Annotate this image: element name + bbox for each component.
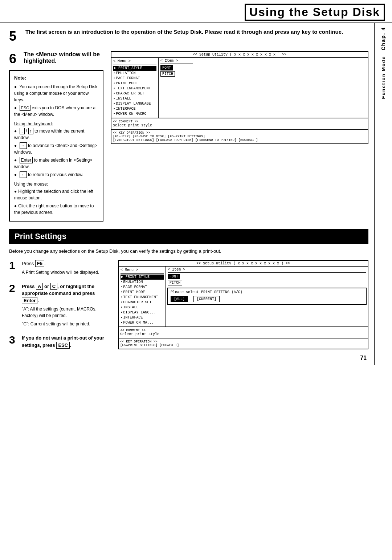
ps-steps-area: 1 Press F5. A Print Setting window will …	[9, 260, 368, 350]
screen1-key-ops-row1: [F1=HELP] [F3=SAVE TO DISK] [F5=PRINT SE…	[113, 135, 366, 138]
menu-item-emulation: •EMULATION	[113, 71, 156, 76]
dialog-btn-current[interactable]: [CURRENT]	[193, 296, 220, 302]
screen2-menu-power: •POWER ON MA...	[121, 320, 164, 325]
print-setting-dialog: Please select PRINT SETTING (A/C) [ALL] …	[167, 288, 367, 305]
menu-item-interface: •INTERFACE	[113, 106, 156, 111]
ps-step3-instruction: If you do not want a print-out of your s…	[22, 334, 111, 349]
menu-item-print-mode: •PRINT MODE	[113, 81, 156, 86]
ps-step2-sub-c: "C": Current settings will be printed.	[22, 321, 111, 327]
menu-item-page-format: •PAGE FORMAT	[113, 76, 156, 81]
menu-item-character-set: •CHARACTER SET	[113, 91, 156, 96]
note-item-2: ESC exits you to DOS when you are at the…	[14, 105, 98, 118]
dialog-btn-all[interactable]: [ALL]	[171, 296, 188, 302]
setup-screen-2: << Setup Utility ( x x x x x x x x x x )…	[118, 260, 368, 349]
sidebar: Chap. 4 Function Mode	[374, 23, 392, 365]
ps-step2-instruction: Press A or C, or highlight the appropria…	[22, 283, 111, 304]
keyboard-section-label: Using the keyboard:	[14, 121, 98, 127]
screen2-menu-panel: < Menu > ▶ PRINT_STYLE •EMULATION •PAGE …	[119, 267, 166, 326]
screen2-body: < Menu > ▶ PRINT_STYLE •EMULATION •PAGE …	[119, 267, 368, 326]
ps-step-2: 2 Press A or C, or highlight the appropr…	[9, 283, 111, 329]
step-5-text: The first screen is an introduction to t…	[25, 29, 343, 35]
screen2-title: << Setup Utility ( x x x x x x x x x x )…	[119, 261, 368, 267]
ps-screen-2-container: << Setup Utility ( x x x x x x x x x x )…	[118, 260, 368, 350]
screen1-comment-text: Select print style	[113, 123, 366, 127]
step-6-header: 6 The <Menu> window will be highlighted.	[9, 51, 103, 66]
ps-step2-content: Press A or C, or highlight the appropria…	[22, 283, 111, 329]
setup-screen-1: << Setup Utility [ x x x x x x x x x x ]…	[111, 51, 368, 144]
note-bullets: You can proceed through the Setup Disk u…	[14, 84, 98, 118]
key-enter: Enter	[22, 297, 37, 304]
screen1-item-pitch: PITCH	[160, 71, 175, 77]
ps-step3-num: 3	[9, 334, 18, 345]
key-c: C	[50, 283, 57, 290]
ps-step1-content: Press F5. A Print Setting window will be…	[22, 260, 99, 277]
screen2-item-pitch: PITCH	[168, 280, 182, 285]
screen2-menu-print-mode: •PRINT MODE	[121, 290, 164, 295]
ps-step2-num: 2	[9, 283, 18, 294]
ps-step2-sub-a: "A": All the settings (current, MACROs, …	[22, 306, 111, 319]
ps-steps-left: 1 Press F5. A Print Setting window will …	[9, 260, 111, 350]
kb-item-3: Enter to make selection in <Setting> win…	[14, 157, 98, 170]
screen2-menu-emulation: •EMULATION	[121, 280, 164, 285]
dialog-title: Please select PRINT SETTING (A/C)	[171, 290, 363, 294]
step-5-number: 5	[9, 29, 20, 44]
menu-item-install: •INSTALL	[113, 96, 156, 101]
page-number: 71	[360, 355, 367, 361]
screen2-key-op: << KEY OPERATION >> [F5=PRINT SETTINGS] …	[119, 338, 368, 349]
screen2-menu-label: < Menu >	[121, 268, 164, 274]
screen2-key-op-label: << KEY OPERATION >>	[120, 340, 366, 344]
note-item-1: You can proceed through the Setup Disk u…	[14, 84, 98, 103]
key-esc: ESC	[56, 342, 70, 349]
screen2-item-panel: < Item > FONT PITCH	[166, 267, 368, 287]
screen2-comment-text: Select print style	[120, 332, 366, 336]
note-box: Note: You can proceed through the Setup …	[9, 70, 103, 222]
screen1-menu-label: < Menu >	[113, 59, 156, 65]
mouse-item-1: Highlight the selection and click the le…	[14, 188, 98, 201]
step-6-area: 6 The <Menu> window will be highlighted.…	[9, 51, 368, 222]
screen2-item-area: < Item > FONT PITCH Please select PRINT …	[166, 267, 368, 326]
print-settings-intro: Before you change any selections on the …	[9, 248, 368, 255]
screen1-key-op: << KEY OPERATION >> [F1=HELP] [F3=SAVE T…	[111, 129, 368, 143]
screen2-item-label: < Item >	[168, 268, 366, 273]
ps-step1-instruction: Press F5.	[22, 260, 99, 267]
page-title: Using the Setup Disk	[245, 4, 385, 21]
screen2-menu-text-enh: •TEXT ENHANCEMENT	[121, 295, 164, 300]
screen1-body: < Menu > ▶ PRINT_STYLE •EMULATION •PAGE …	[111, 58, 368, 118]
ps-step3-content: If you do not want a print-out of your s…	[22, 334, 111, 350]
step-6-title: The <Menu> window will be highlighted.	[24, 51, 103, 64]
screen2-menu-char-set: •CHARACTER SET	[121, 300, 164, 305]
screen1-comment-label: << COMMENT >>	[113, 120, 366, 123]
page-header: Using the Setup Disk	[0, 0, 392, 23]
screen1-comment: << COMMENT >> Select print style	[111, 118, 368, 129]
kb-item-2: → to advance to <Item> and <Setting> win…	[14, 142, 98, 155]
print-settings-title: Print Settings	[15, 232, 66, 241]
ps-step1-num: 1	[9, 260, 18, 271]
key-a: A	[36, 283, 43, 290]
mouse-bullets: Highlight the selection and click the le…	[14, 188, 98, 216]
screen1-key-op-label: << KEY OPERATION >>	[113, 131, 366, 135]
screen2-menu-page-format: •PAGE FORMAT	[121, 285, 164, 290]
screen1-key-ops-row2: [F2=FACTORY SETTINGS] [F4=LOAD FROM DISK…	[113, 138, 366, 142]
ps-step-1: 1 Press F5. A Print Setting window will …	[9, 260, 111, 277]
menu-item-text-enhancement: •TEXT ENHANCEMENT	[113, 86, 156, 91]
sidebar-chap: Chap. 4	[379, 23, 388, 54]
screen1-item-panel: < Item > FONT PITCH	[159, 58, 195, 118]
screen1-title: << Setup Utility [ x x x x x x x x x x ]…	[111, 52, 368, 58]
screen1-item-label: < Item >	[160, 59, 193, 64]
note-title: Note:	[14, 74, 98, 82]
step-6-number: 6	[9, 51, 20, 66]
screen2-item-font: FONT	[168, 274, 180, 279]
mouse-section-label: Using the mouse:	[14, 181, 98, 187]
screen2-menu-interface: •INTERFACE	[121, 315, 164, 320]
screen1-item-font: FONT	[160, 65, 173, 70]
screen2-key-ops: [F5=PRINT SETTINGS] [ESC=EXIT]	[120, 344, 366, 347]
sidebar-function-mode: Function Mode	[379, 54, 388, 101]
print-settings-banner: Print Settings	[9, 229, 368, 244]
kb-item-1: ↓ / ↑ to move within the current window.	[14, 128, 98, 141]
step-6-left: 6 The <Menu> window will be highlighted.…	[9, 51, 103, 222]
screen2-comment-label: << COMMENT >>	[120, 329, 366, 332]
menu-item-print-style: ▶ PRINT_STYLE	[113, 66, 156, 71]
menu-item-display-lang: •DISPLAY LANGUAGE	[113, 101, 156, 106]
screen2-comment: << COMMENT >> Select print style	[119, 326, 368, 338]
screen2-menu-install: •INSTALL	[121, 305, 164, 310]
